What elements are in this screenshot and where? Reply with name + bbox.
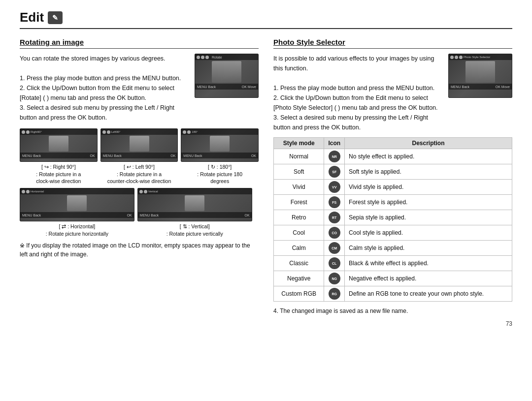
table-cell-mode-7: Classic — [274, 256, 324, 271]
lcd-top-bar-h: Horizontal — [20, 188, 134, 194]
table-row: RetroRTSepia style is applied. — [274, 210, 512, 225]
table-cell-icon-0: NR — [324, 149, 345, 164]
table-cell-desc-6: Calm style is applied. — [345, 241, 512, 256]
table-header-mode: Style mode — [274, 138, 324, 149]
table-cell-mode-0: Normal — [274, 149, 324, 164]
lcd-top-bar-l90: Left90° — [101, 129, 178, 135]
lcd-top-bar-r90: Right90° — [20, 129, 97, 135]
thumb-left90-img: Left90° MENU BackOK — [100, 128, 178, 162]
lcd-bottom-bar: MENU BackOK Move — [195, 84, 258, 90]
left-step-1: 1. Press the play mode button and press … — [20, 73, 190, 83]
table-cell-desc-3: Forest style is applied. — [345, 195, 512, 210]
lcd-center-r90 — [20, 135, 97, 153]
right-step-1: 1. Press the play mode button and press … — [273, 83, 443, 93]
table-cell-icon-1: SF — [324, 164, 345, 180]
right-step1-row: It is possible to add various effects to… — [273, 54, 512, 132]
table-cell-mode-9: Custom RGB — [274, 286, 324, 302]
couple-silhouette — [212, 61, 241, 83]
thumb-row-2: Horizontal MENU BackOK [ ⇄ : Horizontal]… — [20, 188, 259, 237]
table-cell-desc-9: Define an RGB tone to create your own ph… — [345, 286, 512, 302]
lcd-bottom-180: MENU BackOK — [181, 153, 258, 158]
table-cell-mode-5: Cool — [274, 225, 324, 241]
thumb-label-180: [ ↻ : 180°] : Rotate picture 180 degrees — [197, 163, 242, 185]
lcd-center-right — [449, 60, 512, 84]
lcd-top-bar-180: 180° — [181, 129, 258, 135]
step1-screenshot: Rotate MENU BackOK Move — [195, 54, 259, 98]
table-cell-desc-4: Sepia style is applied. — [345, 210, 512, 225]
step1-row: You can rotate the stored images by vari… — [20, 54, 259, 123]
table-row: CalmCMCalm style is applied. — [274, 241, 512, 256]
table-row: ForestFSForest style is applied. — [274, 195, 512, 210]
table-cell-mode-3: Forest — [274, 195, 324, 210]
thumb-vertical: Vertical MENU BackOK [ ⇅ : Vertical] : R… — [137, 188, 252, 237]
table-row: VividVVVivid style is applied. — [274, 180, 512, 195]
edit-icon: ✎ — [48, 11, 63, 24]
main-content: Rotating an image You can rotate the sto… — [20, 38, 512, 315]
left-step-2: 2. Click the Up/Down button from the Edi… — [20, 83, 190, 103]
left-step-3: 3. Select a desired sub menu by pressing… — [20, 103, 190, 123]
table-row: NegativeNGNegative effect is applied. — [274, 271, 512, 286]
table-row: SoftSFSoft style is applied. — [274, 164, 512, 180]
table-cell-mode-8: Negative — [274, 271, 324, 286]
lcd-top-bar: Rotate — [195, 54, 258, 60]
right-step1-screenshot: Photo Style Selector MENU BackOK Move — [448, 54, 512, 98]
thumb-horizontal-img: Horizontal MENU BackOK — [20, 188, 134, 221]
lcd-bottom-l90: MENU BackOK — [101, 153, 178, 158]
lcd-top-bar-v: Vertical — [138, 188, 252, 194]
thumb-left90: Left90° MENU BackOK [ ↩ : Left 90°] : Ro… — [100, 128, 178, 185]
page-title: Edit ✎ — [20, 10, 512, 29]
table-cell-mode-1: Soft — [274, 164, 324, 180]
table-cell-icon-2: VV — [324, 180, 345, 195]
thumb-right90-img: Right90° MENU BackOK — [20, 128, 98, 162]
thumb-180-img: 180° MENU BackOK — [181, 128, 259, 162]
right-footer-note: 4. The changed image is saved as a new f… — [273, 307, 512, 315]
left-intro: You can rotate the stored images by vari… — [20, 54, 190, 63]
thumb-vertical-img: Vertical MENU BackOK — [137, 188, 252, 221]
table-cell-desc-1: Soft style is applied. — [345, 164, 512, 180]
lcd-bottom-v: MENU BackOK — [138, 212, 252, 218]
left-column: Rotating an image You can rotate the sto… — [20, 38, 259, 315]
style-table: Style mode Icon Description NormalNRNo s… — [273, 137, 512, 302]
lcd-bottom-bar-right: MENU BackOK Move — [449, 84, 512, 90]
lcd-center-180 — [181, 135, 258, 153]
table-row: ClassicCLBlack & white effect is applied… — [274, 256, 512, 271]
silhouette-l90 — [130, 136, 149, 152]
thumb-right90: Right90° MENU BackOK [ ↪ : Right 90°] : … — [20, 128, 98, 185]
table-cell-icon-4: RT — [324, 210, 345, 225]
table-cell-icon-6: CM — [324, 241, 345, 256]
lcd-center-h — [20, 194, 134, 212]
table-cell-mode-6: Calm — [274, 241, 324, 256]
right-steps-text: It is possible to add various effects to… — [273, 54, 443, 132]
table-row: CoolCOCool style is applied. — [274, 225, 512, 241]
thumb-label-v: [ ⇅ : Vertical] : Rotate picture vertica… — [166, 223, 223, 237]
thumb-180: 180° MENU BackOK [ ↻ : 180°] : Rotate pi… — [181, 128, 259, 185]
lcd-center-v — [138, 194, 252, 212]
table-cell-mode-4: Retro — [274, 210, 324, 225]
left-note: ※ If you display the rotated image on th… — [20, 241, 259, 259]
title-text: Edit — [20, 10, 44, 25]
right-column: Photo Style Selector It is possible to a… — [273, 38, 512, 315]
table-cell-desc-7: Black & white effect is applied. — [345, 256, 512, 271]
thumb-row-3: Right90° MENU BackOK [ ↪ : Right 90°] : … — [20, 128, 259, 185]
table-cell-desc-0: No style effect is applied. — [345, 149, 512, 164]
right-intro: It is possible to add various effects to… — [273, 54, 443, 73]
table-cell-icon-8: NG — [324, 271, 345, 286]
table-cell-icon-5: CO — [324, 225, 345, 241]
right-section-title: Photo Style Selector — [273, 38, 512, 49]
table-cell-icon-9: RG — [324, 286, 345, 302]
table-cell-icon-7: CL — [324, 256, 345, 271]
right-step-3: 3. Select a desired sub menu by pressing… — [273, 113, 443, 132]
table-header-desc: Description — [345, 138, 512, 149]
table-row: Custom RGBRGDefine an RGB tone to create… — [274, 286, 512, 302]
right-step-2: 2. Click the Up/Down button from the Edi… — [273, 93, 443, 113]
silhouette-v — [185, 195, 204, 211]
lcd-center-l90 — [101, 135, 178, 153]
lcd-bottom-r90: MENU BackOK — [20, 153, 97, 158]
lcd-bottom-h: MENU BackOK — [20, 212, 134, 218]
left-steps-text: You can rotate the stored images by vari… — [20, 54, 190, 123]
table-cell-desc-2: Vivid style is applied. — [345, 180, 512, 195]
lcd-top-bar-right: Photo Style Selector — [449, 54, 512, 60]
table-row: NormalNRNo style effect is applied. — [274, 149, 512, 164]
silhouette-180 — [210, 136, 230, 152]
lcd-center — [195, 60, 258, 84]
